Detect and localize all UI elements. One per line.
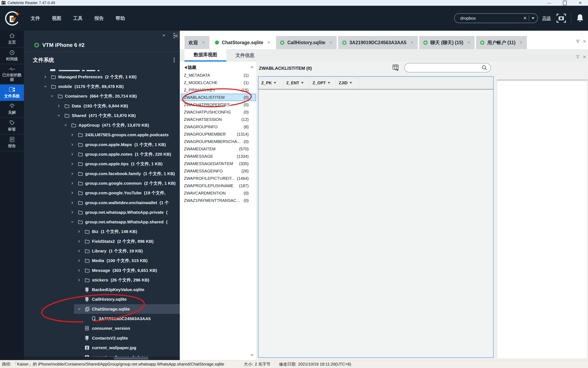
column-filter-icon[interactable]	[274, 82, 276, 84]
chevron-right-icon[interactable]	[71, 172, 78, 175]
chevron-down-icon[interactable]	[71, 221, 78, 223]
chevron-right-icon[interactable]	[71, 153, 78, 156]
device-dropdown-icon[interactable]	[162, 35, 165, 37]
table-list-item[interactable]: ZWAMESSAGEINFO(26)	[181, 167, 256, 175]
tree-row[interactable]: BackedUpKeyValue.sqlite	[24, 285, 180, 294]
tree-row[interactable]: group.net.whatsapp.WhatsApp.shared(	[24, 217, 180, 227]
tree-row[interactable]: 243LU875E5.groups.com.apple.podcasts	[24, 130, 180, 140]
table-search-box[interactable]	[404, 63, 491, 73]
tree-row[interactable]: Biz(1 个文件, 148 KB)	[24, 227, 180, 237]
table-list-item[interactable]: ZWAGROUPMEMBERSCHA...(0)	[181, 138, 256, 145]
tab-0[interactable]: 欢迎✕	[184, 36, 210, 49]
table-columns-icon[interactable]	[393, 64, 399, 71]
tree-row[interactable]: mobile(1170 个文件, 89,478 KB)	[24, 82, 180, 91]
chevron-right-icon[interactable]	[71, 182, 78, 185]
subtab-1[interactable]: 文件信息	[226, 49, 263, 62]
chevron-right-icon[interactable]	[71, 133, 78, 136]
table-list-item[interactable]: ZWAGROUPMEMBER(1314)	[181, 130, 256, 138]
tree-row[interactable]: group.com.apple.tips(1 个文件, 1 KB)	[24, 159, 180, 169]
table-list-item[interactable]: ZWAMESSAGEDATAITEM(335)	[181, 160, 256, 167]
tree-row[interactable]: Data(193 个文件, 6,844 KB)	[24, 101, 180, 111]
sidebar-item-home[interactable]: 主页	[0, 31, 24, 47]
close-tab-icon[interactable]: ✕	[583, 39, 586, 44]
table-list-item[interactable]: ZWACHATSESSION(12)	[181, 116, 256, 123]
chevron-right-icon[interactable]	[71, 211, 78, 214]
column-filter-icon[interactable]	[328, 82, 330, 84]
column-filter-icon[interactable]	[350, 82, 352, 84]
chevron-right-icon[interactable]	[71, 201, 78, 204]
data-grid[interactable]: Z_PKZ_ENTZ_OPTZJID	[258, 76, 494, 358]
search-dropdown-icon[interactable]	[532, 17, 535, 19]
menu-item-2[interactable]: 工具	[73, 15, 83, 21]
device-menu-icon[interactable]	[174, 33, 175, 38]
tab-2[interactable]: CallHistory.sqlite✕	[276, 36, 337, 49]
device-selector[interactable]: VTM iPhone 6 #2	[24, 40, 180, 50]
menu-item-4[interactable]: 帮助	[116, 15, 125, 21]
sidebar-item-tags[interactable]: 标签	[0, 118, 24, 134]
search-input[interactable]	[460, 16, 521, 21]
tree-row[interactable]: AppGroup(471 个文件, 13,870 KB)	[24, 120, 180, 130]
close-view-icon[interactable]: ✕	[583, 55, 586, 60]
close-icon[interactable]: ✕	[519, 40, 523, 45]
screenshot-camera-icon[interactable]	[556, 13, 566, 23]
tree-row[interactable]: group.com.apple.notes(1 个文件, 220 KB)	[24, 149, 180, 159]
chevron-right-icon[interactable]	[78, 240, 85, 243]
tree-row[interactable]: group.com.google.YouTube(19 个文件,	[24, 188, 180, 198]
hide-panel-button[interactable]: 隐藏	[184, 65, 196, 70]
tab-4[interactable]: 聊天 (聊天) (15)✕	[419, 36, 475, 49]
subtab-0[interactable]: 数据库视图	[184, 49, 226, 62]
scroll-down-icon[interactable]	[250, 354, 254, 356]
column-header-z_ent[interactable]: Z_ENT	[283, 77, 310, 89]
chevron-right-icon[interactable]	[57, 104, 65, 107]
tree-row[interactable]: Message(303 个文件, 6,651 KB)	[24, 266, 180, 275]
tree-row[interactable]: 3A219019DC24563A3AA5	[24, 314, 180, 323]
table-list-item[interactable]: ZWACHATPUSHCONFIG(0)	[181, 108, 256, 116]
tree-row[interactable]: Media(100 个文件, 515 KB)	[24, 256, 180, 266]
tab-list-icon[interactable]	[576, 40, 580, 43]
tree-row[interactable]: ChatStorage.sqlite	[24, 304, 180, 314]
tab-1[interactable]: ChatStorage.sqlite✕	[211, 36, 275, 49]
tree-row[interactable]: ContactsV2.sqlite	[24, 333, 180, 343]
tree-row[interactable]: Managed Preferences(2 个文件, 1 KB)	[24, 72, 180, 82]
search-clear-icon[interactable]: ✕	[521, 16, 529, 21]
menu-item-3[interactable]: 报告	[94, 15, 104, 21]
tab-5[interactable]: 用户帐户 (11)✕	[476, 36, 527, 49]
column-header-z_pk[interactable]: Z_PK	[258, 77, 283, 89]
restore-button[interactable]	[557, 0, 572, 6]
advanced-search-link[interactable]: 高级	[542, 15, 551, 21]
table-list-item[interactable]: ZWAZ1PAYMENTTRANSAC...(0)	[181, 197, 256, 204]
table-list-item[interactable]: ZWAGROUPINFO(8)	[181, 123, 256, 130]
tree-row[interactable]: consumer_version	[24, 324, 180, 333]
tab-3[interactable]: 3A219019DC24563A3AA5✕	[338, 36, 418, 49]
chevron-right-icon[interactable]	[78, 249, 85, 252]
menu-item-0[interactable]: 文件	[31, 15, 40, 21]
tree-row[interactable]: Containers(664 个文件, 20,714 KB)	[24, 92, 180, 101]
sidebar-item-file-system[interactable]: 文件系统	[0, 84, 24, 101]
filesystem-menu-icon[interactable]	[174, 58, 175, 62]
chevron-right-icon[interactable]	[78, 279, 85, 281]
tree-row[interactable]: current_wallpaper.jpg	[24, 343, 180, 352]
tree-row[interactable]: group.com.google.common(2 个文件, 1 KB)	[24, 178, 180, 188]
chevron-down-icon[interactable]	[64, 124, 71, 127]
tree-row[interactable]: group.net.whatsapp.WhatsApp.private(	[24, 207, 180, 217]
tree-row[interactable]: Library(1 个文件, 19 KB)	[24, 246, 180, 256]
sidebar-item-timeline[interactable]: 时间线	[0, 47, 24, 64]
table-list-item[interactable]: ZWABLACKLISTITEM(0)	[181, 94, 256, 101]
column-filter-icon[interactable]	[301, 82, 304, 84]
tree-row[interactable]: Shared(471 个文件, 13,870 KB)	[24, 111, 180, 120]
close-icon[interactable]: ✕	[202, 40, 205, 45]
sidebar-item-report[interactable]: 报告	[0, 134, 24, 151]
close-icon[interactable]: ✕	[410, 40, 414, 45]
menu-item-1[interactable]: 视图	[52, 15, 61, 21]
column-header-z_opt[interactable]: Z_OPT	[310, 77, 336, 89]
tree-row[interactable]: group.com.facebook.family(1 个文件, 1 KB)	[24, 169, 180, 178]
sidebar-item-insights[interactable]: 见解	[0, 101, 24, 118]
column-header-zjid[interactable]: ZJID	[336, 77, 359, 89]
scrollbar-thumb[interactable]	[114, 357, 149, 359]
table-search-input[interactable]	[409, 65, 482, 70]
chevron-down-icon[interactable]	[51, 95, 58, 98]
minimize-button[interactable]: —	[541, 0, 557, 6]
table-list-item[interactable]: ZWAMEDIAITEM(570)	[181, 145, 256, 153]
chevron-right-icon[interactable]	[44, 75, 51, 78]
chevron-down-icon[interactable]	[57, 114, 65, 117]
